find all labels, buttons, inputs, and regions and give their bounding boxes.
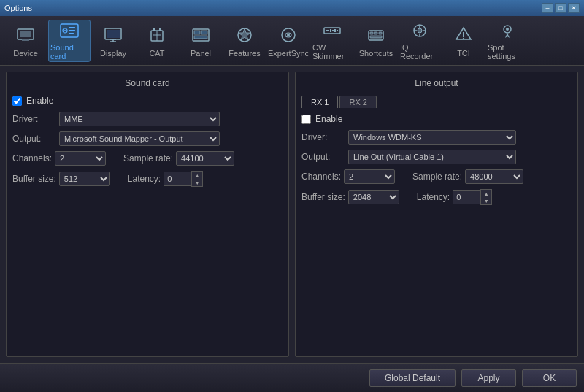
- toolbar-item-spot-settings[interactable]: Spot settings: [486, 20, 529, 62]
- lineoutput-buffersize-latency-row: Buffer size: 2048 256 512 1024 Latency: …: [301, 189, 572, 205]
- iq-icon: [408, 20, 431, 41]
- toolbar-label-iq-recorder: IQ Recorder: [400, 43, 439, 61]
- soundcard-samplerate-label: Sample rate:: [123, 153, 173, 164]
- apply-button[interactable]: Apply: [461, 369, 516, 387]
- lineoutput-driver-label: Driver:: [301, 132, 345, 142]
- svg-rect-7: [69, 27, 75, 28]
- toolbar-label-device: Device: [13, 49, 38, 58]
- title-bar: Options – □ ✕: [0, 0, 584, 16]
- svg-rect-17: [159, 28, 161, 31]
- soundcard-output-label: Output:: [12, 134, 56, 144]
- lineoutput-buffersize-select[interactable]: 2048 256 512 1024: [348, 190, 399, 204]
- maximize-button[interactable]: □: [555, 3, 566, 13]
- soundcard-enable-label: Enable: [26, 96, 53, 106]
- svg-rect-22: [201, 31, 207, 34]
- lineoutput-output-row: Output: Line Out (Virtual Cable 1): [301, 150, 572, 164]
- toolbar-label-features: Features: [228, 49, 260, 58]
- soundcard-panel: Sound card Enable Driver: MME ASIO WASAP…: [6, 72, 289, 357]
- cw-icon: [320, 20, 344, 41]
- soundcard-driver-row: Driver: MME ASIO WASAPI: [12, 112, 283, 126]
- soundcard-channels-samplerate-row: Channels: 2 1 Sample rate: 44100 48000 9…: [12, 151, 283, 166]
- soundcard-buffersize-latency-row: Buffer size: 512 256 1024 2048 Latency: …: [12, 171, 283, 187]
- svg-rect-37: [370, 36, 382, 38]
- toolbar-item-cw-skimmer[interactable]: CW Skimmer: [311, 20, 353, 62]
- lineoutput-samplerate-select[interactable]: 48000 44100 96000: [465, 169, 523, 184]
- toolbar-item-iq-recorder[interactable]: IQ Recorder: [399, 20, 441, 62]
- soundcard-latency-spinbox: ▲ ▼: [164, 171, 203, 187]
- lineoutput-driver-row: Driver: Windows WDM-KS MME ASIO: [301, 130, 572, 145]
- svg-point-26: [287, 34, 290, 36]
- svg-rect-1: [20, 31, 31, 37]
- toolbar-label-sound-card: Sound card: [50, 43, 88, 61]
- panel-icon: [189, 23, 212, 47]
- svg-rect-3: [22, 39, 29, 41]
- toolbar-item-display[interactable]: Display: [92, 20, 134, 62]
- lineoutput-enable-checkbox[interactable]: [301, 115, 311, 124]
- toolbar-item-sound-card[interactable]: Sound card: [48, 20, 91, 62]
- lineoutput-latency-input[interactable]: [453, 190, 480, 204]
- lineoutput-channels-select[interactable]: 2 1: [344, 169, 395, 184]
- soundcard-output-select[interactable]: Microsoft Sound Mapper - Output: [59, 131, 220, 146]
- tab-rx1[interactable]: RX 1: [301, 96, 338, 108]
- main-content: Sound card Enable Driver: MME ASIO WASAP…: [0, 66, 584, 363]
- soundcard-enable-row: Enable: [12, 96, 283, 106]
- features-icon: [233, 23, 256, 47]
- svg-rect-23: [194, 36, 207, 39]
- svg-point-39: [418, 28, 422, 33]
- toolbar-item-tci[interactable]: TCI: [442, 20, 485, 62]
- lineoutput-samplerate-label: Sample rate:: [412, 172, 462, 182]
- cat-icon: [145, 23, 169, 47]
- svg-rect-16: [153, 28, 155, 31]
- lineoutput-panel-title: Line output: [301, 78, 572, 88]
- lineoutput-panel: Line output RX 1 RX 2 Enable Driver: Win…: [295, 72, 578, 357]
- toolbar-label-shortcuts: Shortcuts: [359, 49, 393, 58]
- toolbar-item-panel[interactable]: Panel: [180, 20, 222, 62]
- global-default-button[interactable]: Global Default: [369, 369, 456, 387]
- lineoutput-channels-samplerate-row: Channels: 2 1 Sample rate: 48000 44100 9…: [301, 169, 572, 184]
- lineoutput-channels-label: Channels:: [301, 172, 341, 182]
- toolbar-item-device[interactable]: Device: [4, 20, 47, 62]
- toolbar-label-tci: TCI: [457, 49, 470, 58]
- soundcard-output-row: Output: Microsoft Sound Mapper - Output: [12, 131, 283, 146]
- soundcard-latency-up[interactable]: ▲: [192, 172, 202, 179]
- ok-button[interactable]: OK: [522, 369, 577, 387]
- svg-rect-21: [194, 31, 200, 34]
- toolbar: Device Sound card Display: [0, 16, 584, 66]
- soundcard-buffersize-select[interactable]: 512 256 1024 2048: [59, 172, 110, 186]
- toolbar-item-expertsync[interactable]: ExpertSync: [267, 20, 310, 62]
- spot-icon: [496, 20, 519, 41]
- svg-rect-9: [69, 33, 74, 34]
- window-controls: – □ ✕: [542, 3, 580, 13]
- svg-rect-34: [370, 32, 373, 34]
- minimize-button[interactable]: –: [542, 3, 553, 13]
- lineoutput-output-select[interactable]: Line Out (Virtual Cable 1): [348, 150, 516, 164]
- toolbar-label-panel: Panel: [191, 49, 211, 58]
- svg-point-46: [463, 38, 464, 39]
- toolbar-label-cw-skimmer: CW Skimmer: [312, 43, 352, 61]
- tci-icon: [452, 23, 475, 47]
- tab-rx2[interactable]: RX 2: [339, 96, 376, 108]
- shortcuts-icon: [364, 23, 388, 47]
- sound-icon: [58, 20, 81, 41]
- soundcard-driver-select[interactable]: MME ASIO WASAPI: [59, 112, 220, 126]
- lineoutput-latency-label: Latency:: [417, 192, 450, 202]
- bottom-bar: Global Default Apply OK: [0, 363, 584, 392]
- toolbar-item-features[interactable]: Features: [223, 20, 266, 62]
- soundcard-latency-input[interactable]: [164, 172, 191, 186]
- svg-rect-36: [379, 32, 382, 34]
- lineoutput-latency-down[interactable]: ▼: [481, 197, 491, 204]
- soundcard-channels-select[interactable]: 2 1: [55, 151, 106, 166]
- toolbar-label-expertsync: ExpertSync: [268, 49, 309, 58]
- lineoutput-latency-up[interactable]: ▲: [481, 190, 491, 197]
- toolbar-item-shortcuts[interactable]: Shortcuts: [355, 20, 397, 62]
- lineoutput-buffersize-label: Buffer size:: [301, 192, 345, 202]
- svg-rect-35: [374, 32, 377, 34]
- close-button[interactable]: ✕: [568, 3, 580, 13]
- toolbar-item-cat[interactable]: CAT: [136, 20, 178, 62]
- lineoutput-driver-select[interactable]: Windows WDM-KS MME ASIO: [348, 130, 516, 145]
- soundcard-latency-label: Latency:: [128, 174, 161, 184]
- soundcard-enable-checkbox[interactable]: [12, 96, 22, 106]
- soundcard-samplerate-select[interactable]: 44100 48000 96000: [176, 151, 234, 166]
- soundcard-latency-down[interactable]: ▼: [192, 179, 202, 186]
- toolbar-label-cat: CAT: [149, 49, 164, 58]
